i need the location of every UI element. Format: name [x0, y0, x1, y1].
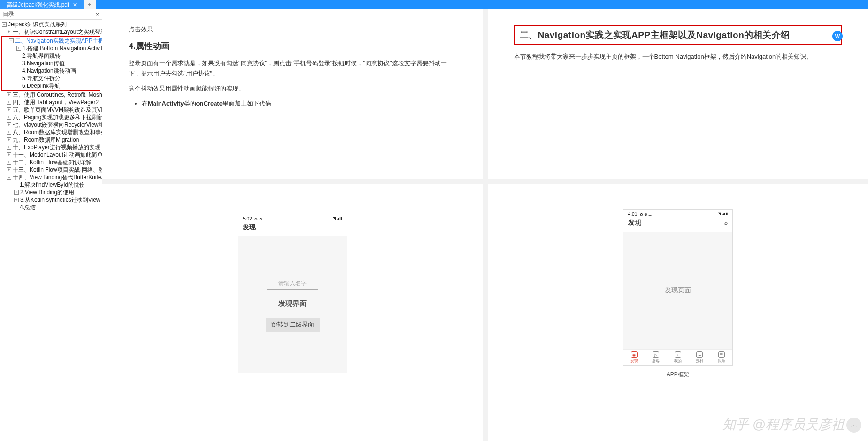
toc-item[interactable]: +十一、MotionLayout让动画如此简单	[0, 151, 102, 159]
toc-item[interactable]: +八、Room数据库实现增删改查和事务处理	[0, 129, 102, 136]
toc-item[interactable]: −十四、View Binding替代ButterKnife和Kotli	[0, 174, 102, 181]
nav-item: ◉发现	[630, 351, 638, 364]
toc-subitem[interactable]: 6.Deeplink导航	[2, 82, 100, 90]
toc-subitem[interactable]: 3.Navigation传值	[2, 60, 100, 67]
tab-bar: 高级Jetpack强化实战.pdf × +	[0, 0, 868, 9]
sidebar-header: 目录 ×	[0, 9, 102, 20]
add-tab-button[interactable]: +	[84, 0, 96, 9]
sidebar-title: 目录	[3, 10, 14, 18]
paragraph: 登录页面有一个需求就是，如果没有勾选"同意协议"，则点击"手机号码登录"按钮时候…	[129, 58, 457, 79]
toc-item[interactable]: +十、ExoPlayer进行视频播放的实现	[0, 144, 102, 151]
word-badge-icon: W	[832, 31, 843, 41]
nav-item: ☁云村	[696, 351, 703, 364]
nav-item: ☰账号	[718, 351, 725, 364]
phone-mockup: 4:01 ✿ ⚙ ☰ ◥ ◢ ▮ 发现 ⌕ 发现页面 ◉发现 ▷播客	[623, 209, 733, 366]
toc-item[interactable]: +三、使用 Coroutines, Retrofit, Moshi实现网	[0, 91, 102, 99]
phone-nav-button: 跳转到二级界面	[266, 318, 320, 332]
table-of-contents: −Jetpack知识点实战系列 +一、初识ConstraintLayout之实现…	[0, 20, 102, 441]
watermark: 知乎 @程序员吴彦祖	[722, 416, 845, 433]
phone-bottom-nav: ◉发现 ▷播客 ♪我的 ☁云村 ☰账号	[623, 349, 732, 365]
search-icon: ⌕	[724, 220, 728, 226]
paragraph: 本节教程我将带大家来一步步实现主页的框架，一个Bottom Navigation…	[514, 52, 842, 62]
toc-subitem[interactable]: 5.导航文件拆分	[2, 75, 100, 82]
toc-subitem[interactable]: 2.导航界面跳转	[2, 52, 100, 60]
toc-item[interactable]: +一、初识ConstraintLayout之实现登录页面	[0, 28, 102, 36]
toc-subitem[interactable]: 4.总结	[0, 204, 102, 211]
paragraph: 这个抖动效果用属性动画就能很好的实现。	[129, 84, 457, 94]
highlighted-section: −二、Navigation实践之实现APP主框架以及Na +1.搭建 Botto…	[1, 36, 100, 91]
toc-item[interactable]: +七、vlayout嵌套横向RecyclerView和Banne	[0, 121, 102, 129]
chapter-heading: 二、Navigation实践之实现APP主框架以及Navigation的相关介绍	[520, 29, 837, 41]
nav-item: ▷播客	[652, 351, 660, 364]
phone-status-bar: 5:02 ✿ ⚙ ☰ ◥ ◢ ▮	[238, 214, 347, 222]
toc-subitem[interactable]: +2.View Binding的使用	[0, 189, 102, 196]
highlighted-title: 二、Navigation实践之实现APP主框架以及Navigation的相关介绍…	[514, 25, 842, 45]
toc-item[interactable]: +十二、Kotlin Flow基础知识详解	[0, 159, 102, 166]
pdf-page: 点击效果 4.属性动画 登录页面有一个需求就是，如果没有勾选"同意协议"，则点击…	[102, 9, 483, 179]
phone-screen-label: 发现界面	[278, 299, 307, 308]
toc-item-selected[interactable]: −二、Navigation实践之实现APP主框架以及Na	[2, 37, 100, 45]
phone-body-text: 发现页面	[665, 286, 691, 295]
toc-subitem[interactable]: +1.搭建 Bottom Navigation Activity	[2, 45, 100, 52]
phone-title: 发现 ⌕	[623, 218, 732, 232]
list-item: 在MainActivity类的onCreate里面加上如下代码	[142, 99, 457, 109]
pdf-page: 5:02 ✿ ⚙ ☰ ◥ ◢ ▮ 发现 请输入名字 发现界面 跳转到二级界面	[102, 184, 483, 441]
toc-item[interactable]: +九、Room数据库Migration	[0, 136, 102, 144]
toc-item[interactable]: +六、Paging实现加载更多和下拉刷新，错误	[0, 114, 102, 121]
section-heading: 4.属性动画	[129, 40, 457, 52]
toc-subitem[interactable]: +3.从Kotlin synthetics迁移到View Bindin	[0, 196, 102, 204]
toc-item[interactable]: +五、歌单页面MVVM架构改造及其ViewMod	[0, 106, 102, 114]
outline-sidebar: 目录 × −Jetpack知识点实战系列 +一、初识ConstraintLayo…	[0, 9, 102, 441]
section-label: 点击效果	[129, 25, 457, 34]
close-icon[interactable]: ×	[96, 11, 99, 18]
toc-subitem[interactable]: 1.解决findViewById的忧伤	[0, 181, 102, 189]
phone-status-bar: 4:01 ✿ ⚙ ☰ ◥ ◢ ▮	[623, 210, 732, 218]
close-icon[interactable]: ×	[73, 1, 77, 8]
pdf-page: 二、Navigation实践之实现APP主框架以及Navigation的相关介绍…	[488, 9, 868, 179]
toc-root[interactable]: −Jetpack知识点实战系列	[0, 21, 102, 28]
document-viewport[interactable]: 点击效果 4.属性动画 登录页面有一个需求就是，如果没有勾选"同意协议"，则点击…	[102, 9, 868, 441]
phone-mockup: 5:02 ✿ ⚙ ☰ ◥ ◢ ▮ 发现 请输入名字 发现界面 跳转到二级界面	[238, 214, 347, 373]
phone-input-placeholder: 请输入名字	[267, 278, 318, 290]
document-tab[interactable]: 高级Jetpack强化实战.pdf ×	[0, 0, 84, 9]
phone-title: 发现	[238, 222, 347, 236]
toc-item[interactable]: +四、使用 TabLayout，ViewPager2 ，Recy	[0, 99, 102, 106]
toc-item[interactable]: +十三、Kotlin Flow项目实战-网络、数据库和	[0, 166, 102, 174]
scroll-top-button[interactable]: ︿	[846, 418, 861, 433]
figure-caption: APP框架	[514, 371, 842, 379]
toc-subitem[interactable]: 4.Navigation跳转动画	[2, 67, 100, 75]
tab-title: 高级Jetpack强化实战.pdf	[7, 1, 69, 9]
nav-item: ♪我的	[674, 351, 682, 364]
pdf-page: 4:01 ✿ ⚙ ☰ ◥ ◢ ▮ 发现 ⌕ 发现页面 ◉发现 ▷播客	[488, 184, 868, 441]
